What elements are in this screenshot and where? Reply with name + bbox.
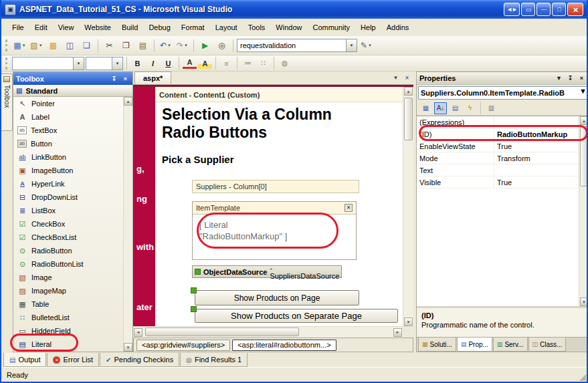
- toolbox-item-pointer[interactable]: ↖Pointer: [13, 97, 123, 110]
- menu-community[interactable]: Community: [307, 21, 355, 34]
- property-row-visible[interactable]: Visible True: [417, 176, 579, 188]
- menu-tools[interactable]: Tools: [243, 21, 271, 34]
- bold-button[interactable]: B: [130, 57, 144, 70]
- underline-button[interactable]: U: [161, 57, 175, 70]
- tab-error-list[interactable]: ×Error List: [47, 353, 99, 367]
- document-tab-aspx[interactable]: aspx*: [134, 72, 171, 84]
- hyperlink-button[interactable]: ◍: [278, 57, 292, 70]
- tab-properties[interactable]: ▤Prop...: [457, 338, 492, 352]
- toolbar-grip[interactable]: [5, 57, 8, 70]
- combo-arrow-icon[interactable]: ▼: [112, 57, 122, 70]
- close-icon[interactable]: ×: [577, 74, 586, 83]
- maximize-button[interactable]: □: [552, 3, 566, 16]
- menu-file[interactable]: File: [7, 21, 29, 34]
- menu-website[interactable]: Website: [79, 21, 116, 34]
- tab-class-view[interactable]: ◫Class...: [528, 338, 567, 352]
- start-debug-button[interactable]: ▶: [197, 38, 213, 53]
- menu-layout[interactable]: Layout: [210, 21, 243, 34]
- close-icon[interactable]: ×: [121, 74, 130, 83]
- toolbox-item-table[interactable]: ▦Table: [13, 297, 123, 311]
- window-menu-icon[interactable]: ▼: [555, 74, 563, 83]
- tab-output[interactable]: ▤Output: [3, 353, 46, 367]
- menu-window[interactable]: Window: [270, 21, 307, 34]
- toolbox-item-label[interactable]: ALabel: [13, 110, 123, 124]
- tab-pending-checkins[interactable]: ✔Pending Checkins: [100, 353, 179, 367]
- dock-window-button[interactable]: ▭: [521, 3, 535, 16]
- font-size-input[interactable]: [86, 57, 112, 70]
- item-template-box[interactable]: ItemTemplate ✕ [ Literal "RadioButtonMar…: [192, 201, 357, 260]
- scroll-down-icon[interactable]: ▼: [404, 317, 413, 326]
- scroll-up-icon[interactable]: ▲: [404, 87, 413, 96]
- pin-icon[interactable]: ↧: [566, 74, 575, 83]
- tab-find-results[interactable]: ◎Find Results 1: [180, 353, 248, 367]
- item-template-header[interactable]: ItemTemplate ✕: [193, 202, 356, 215]
- gridview-column-header[interactable]: Suppliers - Column[0]: [192, 180, 359, 193]
- object-selector-combobox[interactable]: Suppliers.Column0.ItemTemplate.RadioB ▼: [418, 86, 587, 100]
- undo-button[interactable]: ↶▼: [158, 38, 173, 53]
- menu-debug[interactable]: Debug: [143, 21, 175, 34]
- toolbox-group-standard[interactable]: ▤ Standard: [13, 85, 132, 97]
- scrollbar-thumb[interactable]: [404, 98, 413, 140]
- literal-control[interactable]: [ Literal "RadioButtonMarkup" ]: [199, 219, 349, 242]
- tab-server-explorer[interactable]: ▥Serv...: [493, 338, 528, 352]
- redo-button[interactable]: ↷▼: [175, 38, 190, 53]
- open-file-button[interactable]: ▩: [45, 38, 61, 53]
- scroll-left-icon[interactable]: ◄: [134, 328, 142, 337]
- close-document-icon[interactable]: ×: [402, 73, 412, 83]
- events-icon[interactable]: ϟ: [464, 102, 476, 114]
- minimize-button[interactable]: —: [536, 3, 551, 16]
- paste-button[interactable]: ▤: [135, 38, 151, 53]
- scroll-up-icon[interactable]: ▲: [124, 97, 132, 106]
- toolbox-item-dropdownlist[interactable]: ⊟DropDownList: [13, 190, 123, 204]
- scrollbar-thumb[interactable]: [580, 126, 588, 186]
- tab-list-dropdown-icon[interactable]: ▼: [391, 73, 401, 83]
- scroll-right-icon[interactable]: ►: [393, 328, 402, 337]
- toolbox-item-imagemap[interactable]: ▨ImageMap: [13, 284, 123, 297]
- menu-build[interactable]: Build: [116, 21, 143, 34]
- toolbox-side-tab[interactable]: Toolbox: [1, 74, 13, 131]
- copy-button[interactable]: ❐: [118, 38, 134, 53]
- tag-gridview[interactable]: <asp:gridview#suppliers>: [136, 340, 230, 351]
- quick-find-input[interactable]: [237, 39, 346, 51]
- property-row-mode[interactable]: Mode Transform: [417, 152, 579, 164]
- find-next-button[interactable]: ✎▼: [359, 38, 374, 53]
- combo-arrow-icon[interactable]: ▼: [73, 57, 84, 70]
- font-color-button[interactable]: A: [183, 57, 197, 69]
- resize-grip-icon[interactable]: ◢: [579, 372, 586, 382]
- bullet-list-button[interactable]: ∷: [256, 57, 270, 70]
- toolbox-item-textbox[interactable]: abTextBox: [13, 124, 123, 137]
- toolbox-item-linkbutton[interactable]: abLinkButton: [13, 150, 123, 164]
- show-products-on-page-button[interactable]: Show Products on Page: [195, 290, 359, 305]
- highlight-button[interactable]: A: [198, 57, 212, 69]
- scroll-down-icon[interactable]: ▼: [124, 343, 132, 352]
- categorized-icon[interactable]: ▦: [419, 102, 432, 114]
- toolbox-item-button[interactable]: abButton: [13, 137, 123, 150]
- toolbox-item-checkboxlist[interactable]: ☑CheckBoxList: [13, 231, 123, 244]
- toolbox-item-radiobutton[interactable]: ⊙RadioButton: [13, 244, 123, 257]
- italic-button[interactable]: I: [146, 57, 160, 70]
- show-products-separate-page-button[interactable]: Show Products on Separate Page: [195, 309, 398, 323]
- objectdatasource-control[interactable]: ObjectDataSource - SuppliersDataSource: [192, 265, 342, 278]
- cut-button[interactable]: ✂: [102, 38, 117, 53]
- toolbox-item-bulletedlist[interactable]: ∷BulletedList: [13, 311, 123, 324]
- toolbox-item-literal[interactable]: ▤Literal: [13, 338, 123, 351]
- combo-arrow-icon[interactable]: ▼: [346, 39, 357, 51]
- menu-format[interactable]: Format: [176, 21, 210, 34]
- toolbox-item-imagebutton[interactable]: ▣ImageButton: [13, 164, 123, 177]
- menu-addins[interactable]: Addins: [381, 21, 415, 34]
- menu-view[interactable]: View: [53, 21, 80, 34]
- toolbox-item-listbox[interactable]: ≣ListBox: [13, 204, 123, 217]
- toolbox-scrollbar[interactable]: ▲ ▼: [123, 97, 132, 352]
- save-all-button[interactable]: ❏: [79, 38, 94, 53]
- pin-icon[interactable]: ↧: [110, 74, 118, 83]
- toolbar-grip[interactable]: [5, 39, 8, 51]
- toolbox-item-checkbox[interactable]: ☑CheckBox: [13, 217, 123, 231]
- float-window-button[interactable]: ◄►: [504, 3, 520, 16]
- template-close-icon[interactable]: ✕: [345, 204, 353, 212]
- scrollbar-thumb[interactable]: [145, 328, 299, 336]
- tag-literal[interactable]: <asp:literal#radiobuttonm...>: [232, 340, 336, 351]
- block-format-input[interactable]: [13, 57, 73, 70]
- add-item-button[interactable]: ▧▼: [29, 38, 44, 53]
- toolbox-item-hiddenfield[interactable]: ▭HiddenField: [13, 324, 123, 338]
- align-button[interactable]: ≡: [219, 57, 233, 70]
